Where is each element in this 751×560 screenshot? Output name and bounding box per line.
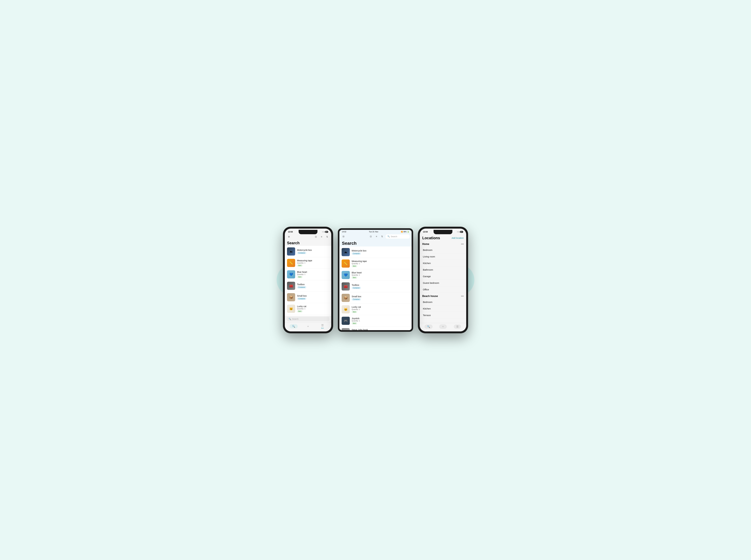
group-menu-icon[interactable]: ••• bbox=[461, 243, 464, 245]
list-item[interactable]: 🐱 Lucky cat Quantity: 1 Item bbox=[285, 303, 331, 315]
right-nav-search[interactable]: 🔍 bbox=[424, 324, 433, 329]
item-name: Lucky cat bbox=[352, 306, 409, 308]
item-name: Steve Jobs book bbox=[352, 328, 409, 330]
list-item[interactable]: 🏍 Motorcycle box Container bbox=[285, 246, 331, 257]
right-phone-title: Locations bbox=[422, 236, 440, 240]
item-name: Blue heart bbox=[352, 272, 409, 274]
item-badge: Item bbox=[297, 310, 303, 313]
nav-list[interactable]: ☰ Item bbox=[318, 324, 327, 329]
add-location-button[interactable]: Add location bbox=[451, 237, 464, 239]
location-item[interactable]: Bedroom bbox=[420, 299, 466, 305]
item-badge: Item bbox=[352, 276, 357, 279]
item-thumb: 🧰 bbox=[287, 282, 295, 290]
location-item[interactable]: Office bbox=[420, 286, 466, 293]
item-sub: Quantity: 1 bbox=[297, 274, 329, 275]
list-item[interactable]: 🎮 Joystick Quantity: 1 Item bbox=[340, 315, 411, 326]
list-item[interactable]: 💙 Blue heart Quantity: 1 Item bbox=[340, 269, 411, 281]
tablet-search-bar[interactable]: 🔍 Search bbox=[386, 234, 410, 239]
phone-notch bbox=[299, 230, 317, 234]
item-name: Toolbox bbox=[352, 284, 409, 286]
item-thumb: 💙 bbox=[342, 271, 350, 279]
item-name: Lucky cat bbox=[297, 305, 329, 307]
group-menu-icon[interactable]: ••• bbox=[461, 295, 464, 298]
item-name: Blue heart bbox=[297, 271, 329, 273]
thumb-icon: 🧰 bbox=[344, 284, 348, 288]
thumb-icon: 🎮 bbox=[344, 319, 348, 323]
locations-header: Locations Add location bbox=[420, 235, 466, 241]
tablet-filter-icon[interactable]: ≡ bbox=[374, 234, 379, 239]
item-thumb: 🐱 bbox=[287, 305, 295, 313]
thumb-icon: 🏍 bbox=[289, 250, 293, 253]
scene: 13:54 ··· ▾ 30 ⚙ ⊡ ≡ ⇅ Search 🏍 bbox=[283, 227, 468, 333]
list-item[interactable]: 🧰 Toolbox Container bbox=[285, 280, 331, 292]
item-name: Motorcycle box bbox=[352, 249, 409, 252]
tablet-wifi-icon: 📶 bbox=[401, 231, 403, 233]
tablet-screen: 14:02 Tue 19. Nov 📶 98% 🔋 ⊟ ⊡ ≡ ⇅ 🔍 Sear… bbox=[340, 230, 411, 330]
list-item[interactable]: 🐱 Lucky cat Quantity: 1 Item bbox=[340, 304, 411, 315]
item-info: Toolbox Container bbox=[297, 283, 329, 288]
location-item[interactable]: Living room bbox=[420, 253, 466, 260]
item-badge: Item bbox=[297, 264, 303, 267]
thumb-icon: 📦 bbox=[289, 295, 293, 299]
right-nav-add[interactable]: ＋ bbox=[438, 324, 448, 329]
tablet-battery-icon: 🔋 bbox=[407, 231, 409, 233]
tablet-battery: 98% bbox=[403, 231, 407, 233]
list-nav-icon: ☰ bbox=[321, 324, 324, 327]
tablet-date: Tue 19. Nov bbox=[369, 231, 378, 233]
list-item[interactable]: 📏 Measuring tape Quantity: 1 Item bbox=[340, 258, 411, 269]
search-placeholder-left: Search bbox=[292, 318, 299, 320]
filter-icon[interactable]: ≡ bbox=[319, 235, 324, 239]
item-thumb: 💙 bbox=[287, 270, 295, 278]
location-item[interactable]: Guest bedroom bbox=[420, 280, 466, 286]
right-list-icon: ☰ bbox=[454, 324, 461, 329]
item-info: Lucky cat Quantity: 1 Item bbox=[297, 305, 329, 313]
status-time-left: 13:54 bbox=[288, 231, 293, 233]
list-item[interactable]: 🏍 Motorcycle box Container bbox=[340, 246, 411, 258]
scan-icon[interactable]: ⊡ bbox=[314, 235, 318, 239]
dots-icon: ··· bbox=[322, 231, 323, 233]
tablet-time: 14:02 bbox=[342, 231, 346, 233]
status-icons-left: ··· ▾ 30 bbox=[322, 231, 328, 233]
item-name: Toolbox bbox=[297, 283, 329, 286]
item-sub: Quantity: 1 bbox=[352, 263, 409, 264]
tablet-toolbar: ⊟ ⊡ ≡ ⇅ 🔍 Search bbox=[340, 233, 411, 240]
location-item[interactable]: Kitchen bbox=[420, 260, 466, 266]
location-item[interactable]: Garage bbox=[420, 273, 466, 280]
item-info: Small box Container bbox=[352, 295, 409, 301]
location-item[interactable]: Terrace bbox=[420, 312, 466, 319]
nav-list-label: Item bbox=[321, 327, 324, 329]
list-item[interactable]: 📖 Steve Jobs book Quantity: 1 Item bbox=[340, 326, 411, 330]
thumb-icon: 📏 bbox=[344, 262, 348, 265]
right-nav-list[interactable]: ☰ bbox=[453, 324, 462, 329]
wifi-icon-right: ▾ bbox=[459, 231, 460, 233]
list-item[interactable]: 📦 Small box Container bbox=[340, 292, 411, 304]
nav-search[interactable]: 🔍 bbox=[289, 324, 298, 328]
thumb-icon: 🐱 bbox=[344, 307, 348, 311]
list-item[interactable]: 💙 Blue heart Quantity: 1 Item bbox=[285, 269, 331, 280]
tablet: 14:02 Tue 19. Nov 📶 98% 🔋 ⊟ ⊡ ≡ ⇅ 🔍 Sear… bbox=[338, 228, 413, 332]
right-add-icon: ＋ bbox=[439, 324, 447, 329]
list-item[interactable]: 📦 Small box Container bbox=[285, 292, 331, 303]
sort-icon[interactable]: ⇅ bbox=[325, 235, 329, 239]
tablet-scan-icon[interactable]: ⊡ bbox=[369, 234, 373, 239]
location-group-header: Beach house ••• bbox=[420, 293, 466, 299]
location-item[interactable]: Bathroom bbox=[420, 266, 466, 273]
location-list: Home ••• Bedroom Living room Kitchen Bat… bbox=[420, 241, 466, 323]
location-item[interactable]: Bedroom bbox=[420, 247, 466, 253]
list-item[interactable]: 📏 Measuring tape Quantity: 1 Item bbox=[285, 257, 331, 269]
tablet-sort-icon[interactable]: ⇅ bbox=[380, 234, 384, 239]
item-name: Small box bbox=[352, 295, 409, 298]
nav-add[interactable]: ＋ bbox=[303, 324, 313, 328]
item-thumb: 🏍 bbox=[287, 247, 295, 256]
item-name: Measuring tape bbox=[352, 260, 409, 262]
left-phone-search[interactable]: 🔍 Search bbox=[287, 317, 329, 321]
item-badge: Container bbox=[297, 298, 306, 300]
sidebar-icon[interactable]: ⊟ bbox=[341, 234, 346, 239]
location-item[interactable]: Kitchen bbox=[420, 305, 466, 312]
tablet-status-icons: 📶 98% 🔋 bbox=[401, 231, 409, 233]
item-badge: Item bbox=[352, 322, 357, 324]
thumb-icon: 💙 bbox=[289, 273, 293, 276]
battery-badge-right: 30 bbox=[460, 231, 463, 233]
settings-icon[interactable]: ⚙ bbox=[287, 235, 291, 239]
list-item[interactable]: 🧰 Toolbox Container bbox=[340, 281, 411, 292]
